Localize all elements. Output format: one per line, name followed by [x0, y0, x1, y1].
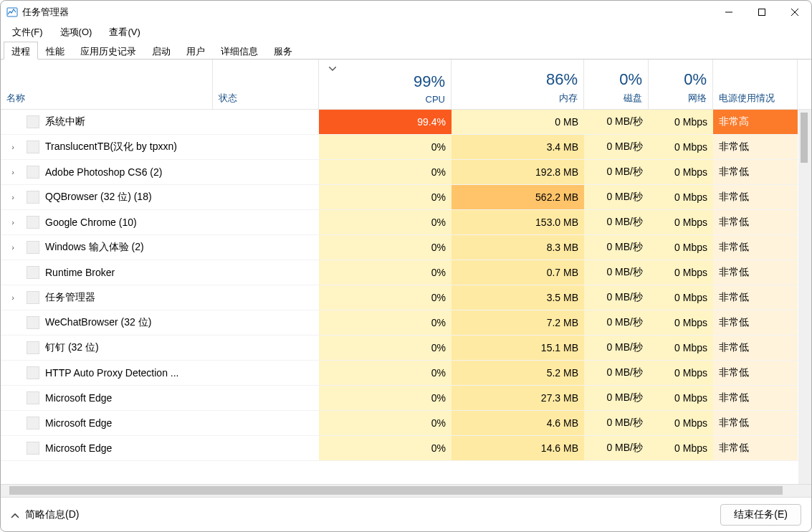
process-power-cell: 非常低	[713, 361, 798, 385]
expand-chevron-icon[interactable]: ›	[6, 168, 19, 176]
column-header-name[interactable]: 名称	[1, 60, 213, 109]
process-row[interactable]: WeChatBrowser (32 位)0%7.2 MB0 MB/秒0 Mbps…	[1, 310, 798, 336]
process-network-cell: 0 Mbps	[649, 260, 713, 285]
process-name-label: Google Chrome (10)	[45, 217, 137, 228]
process-name-label: TranslucentTB(汉化 by tpxxn)	[45, 141, 177, 153]
process-row[interactable]: ›QQBrowser (32 位) (18)0%562.2 MB0 MB/秒0 …	[1, 185, 798, 210]
process-power-cell: 非常低	[713, 336, 798, 360]
tab-processes[interactable]: 进程	[4, 42, 38, 60]
minimize-button[interactable]	[712, 1, 745, 24]
process-memory-cell: 192.8 MB	[452, 160, 584, 184]
process-name-label: 钉钉 (32 位)	[45, 341, 99, 354]
process-status-cell	[213, 160, 319, 184]
column-header-disk[interactable]: 0% 磁盘	[584, 60, 649, 109]
close-button[interactable]	[778, 1, 811, 24]
process-memory-cell: 5.2 MB	[452, 361, 584, 385]
content-area: 名称 状态 99% CPU 86% 内存 0% 磁盘 0%	[1, 60, 811, 497]
process-icon	[27, 115, 39, 128]
process-memory-cell: 153.0 MB	[452, 210, 584, 234]
chevron-down-icon	[329, 62, 336, 73]
process-cpu-cell: 0%	[319, 361, 452, 385]
tab-startup[interactable]: 启动	[144, 42, 178, 60]
process-icon	[27, 442, 39, 455]
menu-view[interactable]: 查看(V)	[102, 24, 147, 40]
expand-chevron-icon[interactable]: ›	[6, 143, 19, 151]
process-status-cell	[213, 336, 319, 360]
process-disk-cell: 0 MB/秒	[584, 160, 649, 184]
process-power-cell: 非常低	[713, 310, 798, 335]
column-header-cpu[interactable]: 99% CPU	[319, 60, 452, 109]
process-icon	[27, 166, 39, 179]
expand-chevron-icon[interactable]: ›	[6, 243, 19, 252]
process-status-cell	[213, 235, 319, 260]
tab-details[interactable]: 详细信息	[213, 42, 266, 60]
horizontal-scrollbar-thumb[interactable]	[9, 486, 783, 495]
process-cpu-cell: 0%	[319, 436, 452, 460]
horizontal-scrollbar[interactable]	[1, 484, 811, 497]
process-name-cell: 钉钉 (32 位)	[1, 336, 213, 360]
process-power-cell: 非常低	[713, 436, 798, 460]
expand-chevron-icon[interactable]: ›	[6, 193, 19, 201]
process-cpu-cell: 0%	[319, 336, 452, 360]
maximize-button[interactable]	[745, 1, 778, 24]
process-row[interactable]: Microsoft Edge0%4.6 MB0 MB/秒0 Mbps非常低	[1, 411, 798, 436]
process-row[interactable]: 钉钉 (32 位)0%15.1 MB0 MB/秒0 Mbps非常低	[1, 336, 798, 361]
process-memory-cell: 15.1 MB	[452, 336, 584, 360]
process-name-label: QQBrowser (32 位) (18)	[45, 191, 152, 204]
process-icon	[27, 316, 39, 329]
column-header-network[interactable]: 0% 网络	[649, 60, 713, 109]
process-disk-cell: 0 MB/秒	[584, 135, 649, 159]
process-row[interactable]: ›Windows 输入体验 (2)0%8.3 MB0 MB/秒0 Mbps非常低	[1, 235, 798, 260]
process-power-cell: 非常低	[713, 160, 798, 184]
expand-chevron-icon[interactable]: ›	[6, 293, 19, 302]
menu-options[interactable]: 选项(O)	[53, 24, 100, 40]
process-power-cell: 非常低	[713, 285, 798, 310]
expand-chevron-icon[interactable]: ›	[6, 218, 19, 227]
process-row[interactable]: Microsoft Edge0%14.6 MB0 MB/秒0 Mbps非常低	[1, 436, 798, 461]
process-network-cell: 0 Mbps	[649, 361, 713, 385]
process-memory-cell: 0 MB	[452, 110, 584, 134]
task-manager-window: 任务管理器 文件(F) 选项(O) 查看(V) 进程 性能 应用历史记录 启动 …	[0, 0, 812, 532]
process-network-cell: 0 Mbps	[649, 285, 713, 310]
process-icon	[27, 291, 39, 304]
column-header-status[interactable]: 状态	[213, 60, 319, 109]
process-name-cell: ›Adobe Photoshop CS6 (2)	[1, 160, 213, 184]
process-memory-cell: 562.2 MB	[452, 185, 584, 209]
tab-users[interactable]: 用户	[178, 42, 213, 60]
column-header-memory[interactable]: 86% 内存	[452, 60, 584, 109]
process-status-cell	[213, 285, 319, 310]
vertical-scrollbar[interactable]	[798, 110, 811, 484]
process-row[interactable]: ›TranslucentTB(汉化 by tpxxn)0%3.4 MB0 MB/…	[1, 135, 798, 160]
process-cpu-cell: 0%	[319, 310, 452, 335]
process-memory-cell: 0.7 MB	[452, 260, 584, 285]
column-header-power[interactable]: 电源使用情况	[713, 60, 798, 109]
window-controls	[712, 1, 811, 24]
process-row[interactable]: 系统中断99.4%0 MB0 MB/秒0 Mbps非常高	[1, 110, 798, 135]
process-row[interactable]: Runtime Broker0%0.7 MB0 MB/秒0 Mbps非常低	[1, 260, 798, 285]
tab-performance[interactable]: 性能	[38, 42, 72, 60]
process-status-cell	[213, 210, 319, 234]
process-row[interactable]: ›Google Chrome (10)0%153.0 MB0 MB/秒0 Mbp…	[1, 210, 798, 235]
process-cpu-cell: 0%	[319, 285, 452, 310]
process-row[interactable]: ›Adobe Photoshop CS6 (2)0%192.8 MB0 MB/秒…	[1, 160, 798, 185]
process-memory-cell: 7.2 MB	[452, 310, 584, 335]
process-name-label: Adobe Photoshop CS6 (2)	[45, 166, 162, 178]
process-memory-cell: 8.3 MB	[452, 235, 584, 260]
end-task-button[interactable]: 结束任务(E)	[720, 504, 801, 526]
tab-services[interactable]: 服务	[266, 42, 300, 60]
process-power-cell: 非常高	[713, 110, 798, 134]
process-cpu-cell: 0%	[319, 411, 452, 435]
tab-app-history[interactable]: 应用历史记录	[72, 42, 144, 60]
menu-file[interactable]: 文件(F)	[5, 24, 50, 40]
process-name-cell: ›Windows 输入体验 (2)	[1, 235, 213, 260]
fewer-details-toggle[interactable]: 简略信息(D)	[11, 508, 79, 521]
process-name-cell: Runtime Broker	[1, 260, 213, 285]
process-network-cell: 0 Mbps	[649, 436, 713, 460]
process-row[interactable]: Microsoft Edge0%27.3 MB0 MB/秒0 Mbps非常低	[1, 386, 798, 411]
process-status-cell	[213, 386, 319, 410]
process-row[interactable]: ›任务管理器0%3.5 MB0 MB/秒0 Mbps非常低	[1, 285, 798, 310]
process-disk-cell: 0 MB/秒	[584, 285, 649, 310]
vertical-scrollbar-thumb[interactable]	[801, 113, 808, 163]
process-row[interactable]: HTTP Auto Proxy Detection ...0%5.2 MB0 M…	[1, 361, 798, 386]
process-icon	[27, 366, 39, 379]
